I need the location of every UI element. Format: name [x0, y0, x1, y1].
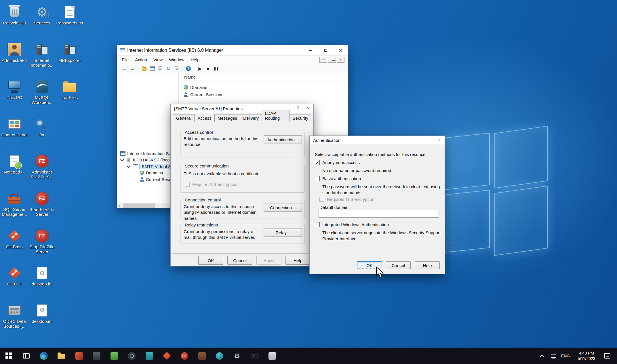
- apply-button[interactable]: Apply: [256, 256, 281, 265]
- refresh-icon[interactable]: ↻: [164, 65, 172, 73]
- taskbar-app-dark-circle[interactable]: [123, 348, 140, 364]
- desktop-icon-mbexplorer[interactable]: MBExplorer: [56, 42, 83, 78]
- taskbar-app-green[interactable]: [105, 348, 123, 364]
- language-indicator[interactable]: ENG: [559, 348, 572, 364]
- menu-window[interactable]: Window: [166, 56, 187, 63]
- tree-item-smtp-virtual-server[interactable]: [SMTP Virtual Server: [117, 163, 178, 170]
- anonymous-access-checkbox[interactable]: Anonymous access: [315, 160, 360, 165]
- checkbox-box[interactable]: [315, 176, 320, 181]
- close-button[interactable]: ×: [333, 45, 348, 56]
- menu-view[interactable]: View: [150, 56, 166, 63]
- minimize-button[interactable]: [303, 45, 318, 56]
- tab-general[interactable]: General: [173, 115, 195, 122]
- iis-title-bar[interactable]: Internet Information Services (IIS) 6.0 …: [117, 45, 348, 56]
- pause-item-icon[interactable]: [212, 65, 220, 73]
- taskbar-app-filezilla[interactable]: [176, 348, 193, 364]
- tree-item-current-sessions[interactable]: Current Sessions: [117, 176, 178, 183]
- taskbar-app-brown[interactable]: [193, 348, 211, 364]
- desktop-icon-services[interactable]: ⚙ Services: [28, 5, 56, 41]
- desktop-icon-administrator[interactable]: Administrator: [1, 42, 28, 78]
- desktop-icon-internet-information[interactable]: Internet Informatio...: [28, 42, 56, 78]
- help-button[interactable]: Help: [285, 256, 311, 265]
- notification-center-button[interactable]: [601, 348, 614, 364]
- authentication-button[interactable]: Authentication...: [264, 135, 302, 144]
- expand-chevron-icon[interactable]: [127, 164, 130, 168]
- tree-item-domains[interactable]: Domains: [117, 170, 178, 176]
- cancel-button[interactable]: Cancel: [227, 256, 252, 265]
- desktop-icon-administer-filezilla[interactable]: Administer FileZilla S...: [28, 154, 56, 190]
- menu-action[interactable]: Action: [132, 56, 150, 63]
- scrollbar-thumb[interactable]: [123, 203, 155, 208]
- desktop-icon-odbc-data-sources[interactable]: ODBC Data Sources (...: [1, 303, 28, 339]
- task-view-button[interactable]: [18, 348, 35, 364]
- basic-authentication-checkbox[interactable]: Basic authentication: [315, 176, 361, 181]
- checkbox-box[interactable]: [315, 160, 320, 165]
- taskbar-app-teal-2[interactable]: [211, 348, 228, 364]
- tab-access[interactable]: Access: [194, 114, 214, 122]
- expand-chevron-icon[interactable]: [120, 158, 124, 161]
- properties-title-bar[interactable]: [SMTP Virtual Server #1] Properties ? ×: [171, 104, 313, 113]
- close-button[interactable]: ×: [434, 136, 445, 144]
- desktop-icon-logfiles[interactable]: LogFiles: [56, 79, 83, 115]
- checkbox-box[interactable]: [185, 182, 190, 187]
- authentication-title-bar[interactable]: Authentication ×: [310, 136, 445, 144]
- child-restore-button[interactable]: [328, 57, 336, 63]
- column-divider[interactable]: [252, 74, 252, 80]
- default-domain-input[interactable]: [319, 210, 439, 218]
- checkbox-box[interactable]: [319, 197, 324, 202]
- taskbar-app-git[interactable]: [158, 348, 176, 364]
- tree-horizontal-scrollbar[interactable]: ‹ ›: [117, 203, 178, 208]
- desktop-icon-desktop-ini-2[interactable]: desktop.ini: [28, 303, 56, 339]
- edge-button[interactable]: [35, 348, 53, 364]
- taskbar-app-services[interactable]: ⚙: [228, 348, 246, 364]
- taskbar-app-dark[interactable]: [88, 348, 105, 364]
- desktop-icon-stop-filezilla-server[interactable]: Stop FileZilla Server: [28, 228, 56, 265]
- child-close-button[interactable]: ×: [337, 57, 344, 63]
- integrated-windows-auth-checkbox[interactable]: Integrated Windows Authentication: [315, 222, 389, 227]
- help-button[interactable]: Help: [415, 261, 440, 269]
- context-help-button[interactable]: ?: [293, 105, 303, 112]
- desktop-icon-desktop-ini-1[interactable]: desktop.ini: [28, 266, 56, 302]
- up-level-icon[interactable]: [140, 65, 148, 73]
- desktop-icon-sql-server-management[interactable]: SQL Server Manageme...: [1, 191, 28, 227]
- network-status-button[interactable]: [548, 348, 559, 364]
- taskbar-app-red-tool[interactable]: [70, 348, 88, 364]
- export-list-icon[interactable]: [172, 65, 180, 73]
- menu-help[interactable]: Help: [187, 56, 203, 63]
- forward-icon[interactable]: →: [128, 65, 136, 73]
- back-icon[interactable]: ←: [120, 65, 128, 73]
- desktop-icon-start-filezilla-server[interactable]: Start FileZilla Server: [28, 191, 56, 227]
- menu-file[interactable]: File: [119, 56, 132, 63]
- desktop-icon-recycle-bin[interactable]: Recycle Bin: [1, 5, 28, 41]
- list-item-domains[interactable]: Domains: [179, 84, 348, 91]
- tab-delivery[interactable]: Delivery: [240, 115, 262, 122]
- start-item-icon[interactable]: ▶: [196, 65, 204, 73]
- desktop-icon-mysql-workbench[interactable]: MySQL Workben...: [28, 79, 56, 115]
- start-button[interactable]: [0, 348, 18, 364]
- desktop-icon-passwords-txt[interactable]: Passwords.txt: [56, 5, 83, 41]
- child-minimize-button[interactable]: [319, 57, 327, 63]
- maximize-button[interactable]: [318, 45, 333, 56]
- close-button[interactable]: ×: [303, 105, 313, 112]
- tree-item-iis-root[interactable]: Internet Information Service: [117, 150, 178, 157]
- tree-item-local-computer[interactable]: ILH91AGKSF (local comp: [117, 157, 178, 163]
- requires-tls-checkbox[interactable]: Requires TLS encryption: [319, 197, 374, 202]
- connection-button[interactable]: Connection...: [264, 203, 302, 212]
- properties-icon[interactable]: [156, 65, 164, 73]
- checkbox-box[interactable]: [315, 222, 320, 227]
- desktop-icon-this-pc[interactable]: This PC: [1, 79, 28, 115]
- desktop-icon-notepad-plus-plus[interactable]: Notepad++: [1, 154, 28, 190]
- tab-security[interactable]: Security: [290, 115, 311, 122]
- desktop-icon-control-panel[interactable]: Control Panel: [1, 117, 28, 153]
- tab-ldap-routing[interactable]: LDAP Routing: [262, 110, 290, 122]
- scroll-left-arrow-icon[interactable]: ‹: [117, 203, 122, 208]
- relay-button[interactable]: Relay...: [264, 228, 302, 237]
- taskbar-app-light[interactable]: [263, 348, 281, 364]
- console-tree-icon[interactable]: [148, 65, 156, 73]
- clock[interactable]: 4:48 PM 5/11/2023: [572, 348, 601, 364]
- stop-item-icon[interactable]: ■: [204, 65, 212, 73]
- tray-expand-button[interactable]: [538, 348, 548, 364]
- file-explorer-button[interactable]: [53, 348, 70, 364]
- tab-messages[interactable]: Messages: [214, 115, 240, 122]
- cancel-button[interactable]: Cancel: [386, 261, 411, 269]
